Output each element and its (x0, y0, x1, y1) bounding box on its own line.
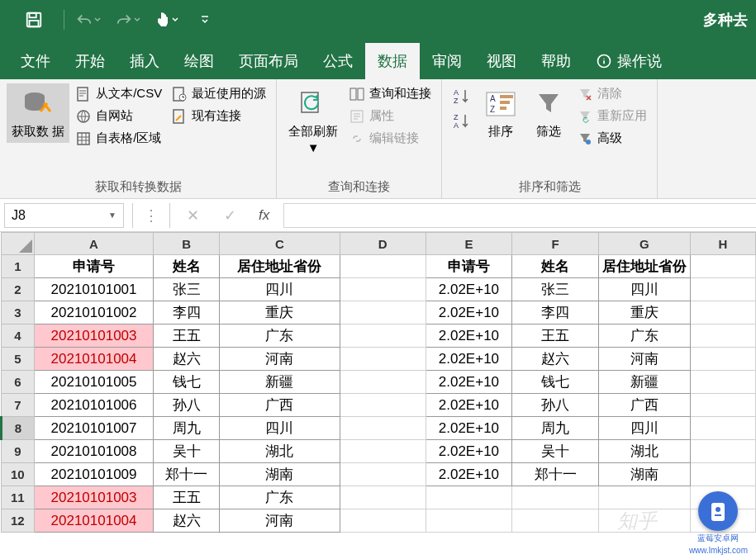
tab-data[interactable]: 数据 (365, 43, 420, 79)
col-header-D[interactable]: D (340, 233, 426, 255)
expand-formula-icon[interactable]: ⋮ (144, 206, 159, 225)
existing-connections-button[interactable]: 现有连接 (169, 106, 269, 126)
cell-A4[interactable]: 20210101003 (34, 325, 154, 348)
cell-A10[interactable]: 20210101009 (34, 463, 154, 486)
tab-insert[interactable]: 插入 (117, 43, 172, 79)
cell-F12[interactable] (512, 509, 598, 533)
row-header-12[interactable]: 12 (2, 509, 35, 533)
cell-H5[interactable] (690, 348, 755, 371)
cell-D4[interactable] (340, 325, 426, 348)
formula-input[interactable] (283, 203, 756, 228)
cell-D2[interactable] (340, 278, 426, 301)
cell-A12[interactable]: 20210101004 (34, 509, 154, 533)
cell-B7[interactable]: 孙八 (154, 394, 220, 417)
cell-G2[interactable]: 四川 (598, 278, 690, 301)
row-header-3[interactable]: 3 (2, 301, 35, 325)
select-all-corner[interactable] (2, 233, 35, 255)
cell-C10[interactable]: 湖南 (220, 463, 340, 486)
cell-F7[interactable]: 孙八 (512, 394, 598, 417)
cell-B10[interactable]: 郑十一 (154, 463, 220, 486)
cell-C5[interactable]: 河南 (220, 348, 340, 371)
cell-A6[interactable]: 20210101005 (34, 371, 154, 394)
col-header-H[interactable]: H (690, 233, 755, 255)
col-header-C[interactable]: C (220, 233, 340, 255)
tab-help[interactable]: 帮助 (529, 43, 583, 79)
get-data-button[interactable]: 获取数 据 (7, 83, 69, 143)
cell-C12[interactable]: 河南 (220, 509, 340, 533)
cell-G11[interactable] (598, 486, 690, 509)
cell-A1[interactable]: 申请号 (34, 255, 154, 278)
edit-links-button[interactable]: 编辑链接 (346, 128, 435, 149)
properties-button[interactable]: 属性 (346, 106, 435, 126)
tab-formula[interactable]: 公式 (311, 43, 365, 79)
name-box[interactable]: J8 ▼ (4, 203, 124, 228)
cell-E6[interactable]: 2.02E+10 (426, 371, 512, 394)
touch-mode-button[interactable] (153, 9, 181, 31)
cell-H2[interactable] (690, 278, 755, 301)
cell-F4[interactable]: 王五 (512, 325, 598, 348)
cell-C3[interactable]: 重庆 (220, 301, 340, 325)
row-header-6[interactable]: 6 (2, 371, 35, 394)
cell-G5[interactable]: 河南 (598, 348, 690, 371)
tab-layout[interactable]: 页面布局 (226, 43, 311, 79)
sort-desc-button[interactable]: ZA (452, 111, 472, 133)
cell-D12[interactable] (340, 509, 426, 533)
col-header-E[interactable]: E (426, 233, 512, 255)
name-box-dropdown-icon[interactable]: ▼ (108, 211, 116, 220)
col-header-B[interactable]: B (154, 233, 220, 255)
cell-E12[interactable] (426, 509, 512, 533)
cell-E4[interactable]: 2.02E+10 (426, 325, 512, 348)
col-header-G[interactable]: G (598, 233, 690, 255)
row-header-8[interactable]: 8 (2, 417, 35, 440)
cell-F1[interactable]: 姓名 (512, 255, 598, 278)
cell-G4[interactable]: 广东 (598, 325, 690, 348)
cell-G7[interactable]: 广西 (598, 394, 690, 417)
cell-F3[interactable]: 李四 (512, 301, 598, 325)
cell-C9[interactable]: 湖北 (220, 440, 340, 463)
tab-file[interactable]: 文件 (8, 43, 63, 79)
col-header-F[interactable]: F (512, 233, 598, 255)
cell-C8[interactable]: 四川 (220, 417, 340, 440)
cell-E3[interactable]: 2.02E+10 (426, 301, 512, 325)
cell-E9[interactable]: 2.02E+10 (426, 440, 512, 463)
cell-B5[interactable]: 赵六 (154, 348, 220, 371)
cell-C1[interactable]: 居住地址省份 (220, 255, 340, 278)
cell-C6[interactable]: 新疆 (220, 371, 340, 394)
row-header-2[interactable]: 2 (2, 278, 35, 301)
cell-B4[interactable]: 王五 (154, 325, 220, 348)
cell-H8[interactable] (690, 417, 755, 440)
spreadsheet[interactable]: ABCDEFGH1申请号姓名居住地址省份申请号姓名居住地址省份220210101… (0, 232, 756, 533)
cell-H9[interactable] (690, 440, 755, 463)
cell-C4[interactable]: 广东 (220, 325, 340, 348)
cell-B2[interactable]: 张三 (154, 278, 220, 301)
filter-button[interactable]: 筛选 (526, 83, 571, 143)
undo-button[interactable] (74, 11, 103, 29)
cell-A3[interactable]: 20210101002 (34, 301, 154, 325)
cell-D5[interactable] (340, 348, 426, 371)
cell-H11[interactable] (690, 486, 755, 509)
cell-H1[interactable] (690, 255, 755, 278)
cell-E2[interactable]: 2.02E+10 (426, 278, 512, 301)
cell-D11[interactable] (340, 486, 426, 509)
cell-D7[interactable] (340, 394, 426, 417)
row-header-10[interactable]: 10 (2, 463, 35, 486)
reapply-button[interactable]: 重新应用 (574, 106, 650, 126)
recent-sources-button[interactable]: 最近使用的源 (169, 83, 269, 104)
cell-E11[interactable] (426, 486, 512, 509)
cell-C11[interactable]: 广东 (220, 486, 340, 509)
refresh-all-button[interactable]: 全部刷新▼ (283, 83, 343, 159)
cell-A7[interactable]: 20210101006 (34, 394, 154, 417)
cell-F10[interactable]: 郑十一 (512, 463, 598, 486)
cell-G8[interactable]: 四川 (598, 417, 690, 440)
cell-G6[interactable]: 新疆 (598, 371, 690, 394)
tab-tellme[interactable]: 操作说 (583, 43, 674, 79)
row-header-4[interactable]: 4 (2, 325, 35, 348)
col-header-A[interactable]: A (34, 233, 154, 255)
sort-asc-button[interactable]: AZ (452, 87, 472, 108)
cell-H4[interactable] (690, 325, 755, 348)
row-header-9[interactable]: 9 (2, 440, 35, 463)
row-header-7[interactable]: 7 (2, 394, 35, 417)
cell-F6[interactable]: 钱七 (512, 371, 598, 394)
cell-B11[interactable]: 王五 (154, 486, 220, 509)
from-web-button[interactable]: 自网站 (73, 106, 165, 126)
